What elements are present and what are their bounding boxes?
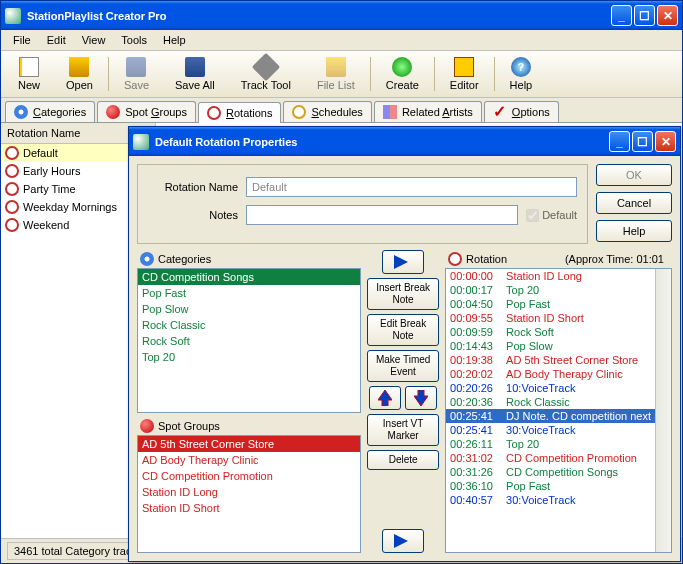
right-column: Rotation (Approx Time: 01:01 00:00:00Sta… — [445, 250, 672, 553]
rotation-row[interactable]: 00:19:38AD 5th Street Corner Store — [446, 353, 655, 367]
make-timed-event-button[interactable]: Make Timed Event — [367, 350, 439, 382]
rotation-listbox-wrapper: 00:00:00Station ID Long00:00:17Top 2000:… — [445, 268, 672, 553]
categories-header: Categories — [137, 250, 361, 268]
toolbar-help[interactable]: ?Help — [497, 53, 546, 95]
tab-rotations[interactable]: Rotations — [198, 102, 281, 123]
svg-marker-2 — [414, 390, 428, 406]
rotation-row[interactable]: 00:09:55Station ID Short — [446, 311, 655, 325]
rotation-row[interactable]: 00:00:17Top 20 — [446, 283, 655, 297]
categories-tab-icon — [14, 105, 28, 119]
category-item[interactable]: Rock Classic — [138, 317, 360, 333]
menu-view[interactable]: View — [74, 32, 114, 48]
tab-options[interactable]: ✓Options — [484, 101, 559, 122]
main-toolbar: NewOpenSaveSave AllTrack ToolFile ListCr… — [1, 51, 682, 98]
rotation-scrollbar[interactable] — [655, 269, 671, 552]
add-right-button[interactable] — [382, 250, 424, 274]
rotation-row[interactable]: 00:09:59Rock Soft — [446, 325, 655, 339]
tab-spot-groups[interactable]: Spot Groups — [97, 101, 196, 122]
categories-listbox[interactable]: CD Competition SongsPop FastPop SlowRock… — [137, 268, 361, 413]
toolbar-track-tool[interactable]: Track Tool — [228, 53, 304, 95]
default-checkbox-label: Default — [526, 209, 577, 222]
dialog-maximize-button[interactable]: ☐ — [632, 131, 653, 152]
spot-item[interactable]: AD Body Therapy Clinic — [138, 452, 360, 468]
tab-schedules[interactable]: Schedules — [283, 101, 371, 122]
rotation-row[interactable]: 00:26:11Top 20 — [446, 437, 655, 451]
rotation-item-icon — [5, 182, 19, 196]
menu-edit[interactable]: Edit — [39, 32, 74, 48]
insert-vt-marker-button[interactable]: Insert VT Marker — [367, 414, 439, 446]
toolbar-new[interactable]: New — [5, 53, 53, 95]
spot-item[interactable]: Station ID Long — [138, 484, 360, 500]
open-icon — [69, 57, 89, 77]
menu-help[interactable]: Help — [155, 32, 194, 48]
rotation-row[interactable]: 00:00:00Station ID Long — [446, 269, 655, 283]
dialog-minimize-button[interactable]: _ — [609, 131, 630, 152]
cancel-button[interactable]: Cancel — [596, 192, 672, 214]
rotation-listbox[interactable]: 00:00:00Station ID Long00:00:17Top 2000:… — [446, 269, 655, 552]
tab-related-artists[interactable]: Related Artists — [374, 101, 482, 122]
middle-button-column: Insert Break Note Edit Break Note Make T… — [367, 250, 439, 553]
rotation-header: Rotation — [445, 250, 565, 268]
svg-marker-3 — [394, 534, 408, 548]
file-list-icon — [326, 57, 346, 77]
spot-item[interactable]: CD Competition Promotion — [138, 468, 360, 484]
rotation-row[interactable]: 00:20:2610:VoiceTrack — [446, 381, 655, 395]
delete-button[interactable]: Delete — [367, 450, 439, 470]
rotation-row[interactable]: 00:31:26CD Competition Songs — [446, 465, 655, 479]
editor-icon — [454, 57, 474, 77]
rotation-row[interactable]: 00:20:36Rock Classic — [446, 395, 655, 409]
toolbar-open[interactable]: Open — [53, 53, 106, 95]
category-item[interactable]: CD Competition Songs — [138, 269, 360, 285]
help-icon: ? — [511, 57, 531, 77]
menu-file[interactable]: File — [5, 32, 39, 48]
dialog-close-button[interactable]: ✕ — [655, 131, 676, 152]
help-button[interactable]: Help — [596, 220, 672, 242]
category-item[interactable]: Rock Soft — [138, 333, 360, 349]
toolbar-save-all[interactable]: Save All — [162, 53, 228, 95]
notes-label: Notes — [148, 209, 238, 221]
category-item[interactable]: Top 20 — [138, 349, 360, 365]
dialog-middle: Categories CD Competition SongsPop FastP… — [137, 250, 672, 553]
rotation-row[interactable]: 00:25:41DJ Note. CD competition next — [446, 409, 655, 423]
category-item[interactable]: Pop Slow — [138, 301, 360, 317]
app-title: StationPlaylist Creator Pro — [27, 10, 611, 22]
tab-categories[interactable]: Categories — [5, 101, 95, 122]
rotation-row[interactable]: 00:31:02CD Competition Promotion — [446, 451, 655, 465]
toolbar-editor[interactable]: Editor — [437, 53, 492, 95]
tab-bar: CategoriesSpot GroupsRotationsSchedulesR… — [1, 98, 682, 123]
spot-groups-tab-icon — [106, 105, 120, 119]
move-down-button[interactable] — [405, 386, 437, 410]
toolbar-create[interactable]: Create — [373, 53, 432, 95]
rotation-properties-dialog: Default Rotation Properties _ ☐ ✕ Rotati… — [128, 126, 681, 562]
menu-tools[interactable]: Tools — [113, 32, 155, 48]
spot-groups-header: Spot Groups — [137, 417, 361, 435]
rotation-row[interactable]: 00:36:10Pop Fast — [446, 479, 655, 493]
ok-button[interactable]: OK — [596, 164, 672, 186]
window-controls: _ ☐ ✕ — [611, 5, 678, 26]
add-right-button-2[interactable] — [382, 529, 424, 553]
track-tool-icon — [252, 53, 280, 81]
rotation-row[interactable]: 00:14:43Pop Slow — [446, 339, 655, 353]
spot-item[interactable]: Station ID Short — [138, 500, 360, 516]
spot-item[interactable]: AD 5th Street Corner Store — [138, 436, 360, 452]
insert-break-note-button[interactable]: Insert Break Note — [367, 278, 439, 310]
create-icon — [392, 57, 412, 77]
close-button[interactable]: ✕ — [657, 5, 678, 26]
rotation-row[interactable]: 00:04:50Pop Fast — [446, 297, 655, 311]
spot-groups-listbox[interactable]: AD 5th Street Corner StoreAD Body Therap… — [137, 435, 361, 553]
edit-break-note-button[interactable]: Edit Break Note — [367, 314, 439, 346]
new-icon — [19, 57, 39, 77]
rotation-name-input[interactable] — [246, 177, 577, 197]
minimize-button[interactable]: _ — [611, 5, 632, 26]
rotation-row[interactable]: 00:25:4130:VoiceTrack — [446, 423, 655, 437]
left-column: Categories CD Competition SongsPop FastP… — [137, 250, 361, 553]
maximize-button[interactable]: ☐ — [634, 5, 655, 26]
move-up-button[interactable] — [369, 386, 401, 410]
notes-input[interactable] — [246, 205, 518, 225]
rotation-row[interactable]: 00:40:5730:VoiceTrack — [446, 493, 655, 507]
category-item[interactable]: Pop Fast — [138, 285, 360, 301]
gear-icon — [140, 252, 154, 266]
move-up-down-pair — [369, 386, 437, 410]
rotation-row[interactable]: 00:20:02AD Body Therapy Clinic — [446, 367, 655, 381]
approx-time-label: (Approx Time: 01:01 — [565, 253, 672, 265]
